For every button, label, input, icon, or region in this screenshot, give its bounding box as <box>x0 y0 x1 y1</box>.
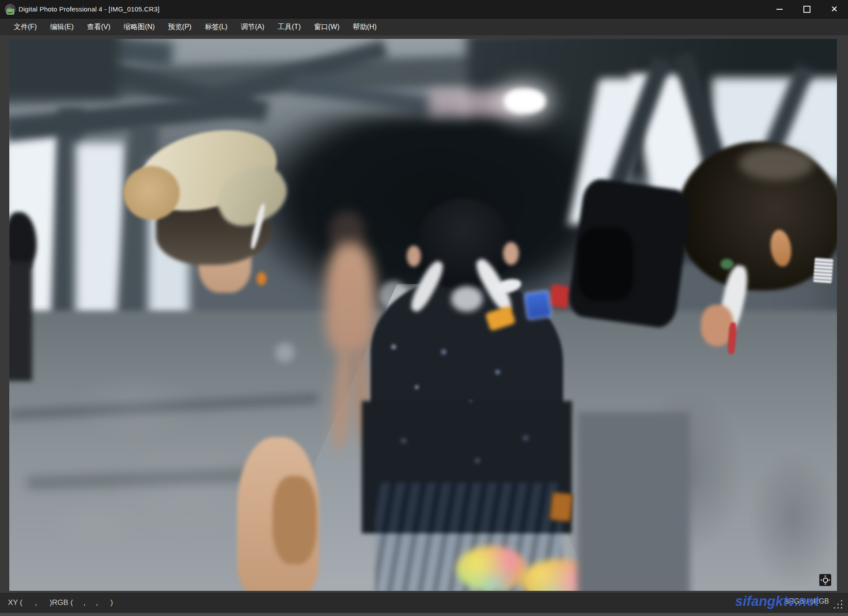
menu-thumbnail[interactable]: 缩略图(N) <box>117 19 161 35</box>
photo-capman-earpiece <box>257 272 266 285</box>
app-icon <box>4 4 15 15</box>
window-title: Digital Photo Professional 4 - [IMG_0105… <box>19 5 159 13</box>
navigator-ring-icon <box>823 578 828 583</box>
menu-file[interactable]: 文件(F) <box>7 19 43 35</box>
photo-photographer-hair-highlight <box>739 147 814 180</box>
navigator-dot-icon <box>825 575 826 577</box>
window-controls: ✕ <box>766 0 848 18</box>
navigator-icon[interactable] <box>819 574 831 586</box>
photo-center-person-collar <box>451 286 483 312</box>
navigator-dot-icon <box>829 579 830 581</box>
photo-bystander-body <box>9 262 32 381</box>
navigator-dot-icon <box>821 579 822 581</box>
menu-label[interactable]: 标签(L) <box>198 19 235 35</box>
photo-canvas[interactable] <box>9 39 837 591</box>
watermark-text: sifangktv.net <box>735 593 819 609</box>
title-bar: Digital Photo Professional 4 - [IMG_0105… <box>0 0 848 19</box>
pixel-readout: XY ( , )RGB ( , , ) <box>8 598 113 607</box>
menu-preview[interactable]: 预览(P) <box>161 19 198 35</box>
photo-ceiling-dark-left <box>9 39 120 98</box>
menu-view[interactable]: 查看(V) <box>80 19 117 35</box>
photo-bokeh <box>275 343 295 362</box>
resize-grip[interactable] <box>833 600 843 609</box>
minimize-button[interactable] <box>766 0 793 18</box>
minimize-icon <box>776 9 783 10</box>
status-bar: XY ( , )RGB ( , , ) sRGB / sRGB sifangkt… <box>0 593 848 613</box>
photo-center-person-ear <box>407 246 421 267</box>
maximize-button[interactable] <box>793 0 821 18</box>
photo-capman-cap-roll <box>123 166 180 220</box>
photo-jacket-patch-blue <box>523 290 553 320</box>
menu-adjust[interactable]: 调节(A) <box>234 19 271 35</box>
menu-edit[interactable]: 编辑(E) <box>43 19 80 35</box>
menu-help[interactable]: 帮助(H) <box>346 19 383 35</box>
window-bottom-edge <box>0 613 848 616</box>
menu-tools[interactable]: 工具(T) <box>271 19 307 35</box>
photo-rainbow-fabric <box>456 546 527 591</box>
photo-camera-green-led <box>720 259 734 269</box>
photo-ceiling-light <box>504 88 546 114</box>
maximize-icon <box>803 6 810 13</box>
photo-capman-hand <box>273 476 317 564</box>
close-button[interactable]: ✕ <box>821 0 848 18</box>
photo-blurred-figure-body <box>326 243 375 353</box>
photo-jacket-patch-red <box>548 284 571 309</box>
photo-center-person-ear <box>503 242 519 265</box>
photo-photographer-jacket-shadow <box>577 412 690 591</box>
photo-camera-lens <box>578 228 633 301</box>
app-window: Digital Photo Professional 4 - [IMG_0105… <box>0 0 848 616</box>
menu-window[interactable]: 窗口(W) <box>307 19 346 35</box>
photo-jacket-tag <box>813 257 833 283</box>
photo-thumbnail-icon <box>7 9 14 15</box>
photo-belt-leather-patch <box>549 492 573 522</box>
menu-bar: 文件(F) 编辑(E) 查看(V) 缩略图(N) 预览(P) 标签(L) 调节(… <box>0 19 848 35</box>
navigator-dot-icon <box>825 583 826 585</box>
